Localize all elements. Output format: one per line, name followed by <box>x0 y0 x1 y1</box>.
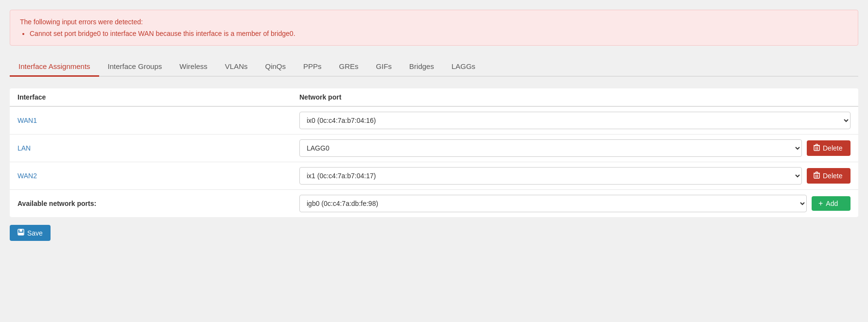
delete-label: Delete <box>823 172 842 180</box>
save-label: Save <box>27 229 43 237</box>
delete-label: Delete <box>823 144 842 152</box>
network-col-wan1: ix0 (0c:c4:7a:b7:04:16) <box>299 112 851 129</box>
interface-table: Interface Network port WAN1 ix0 (0c:c4:7… <box>10 88 858 217</box>
table-header: Interface Network port <box>10 88 858 107</box>
network-col-wan2: ix1 (0c:c4:7a:b7:04:17) Delete <box>299 167 851 185</box>
table-row: LAN LAGG0 Delete <box>10 135 858 162</box>
network-col-lan: LAGG0 Delete <box>299 139 851 157</box>
col-interface-header: Interface <box>17 93 299 101</box>
tab-wireless[interactable]: Wireless <box>171 57 216 77</box>
add-button[interactable]: + Add <box>812 196 851 211</box>
error-title: The following input errors were detected… <box>20 18 848 26</box>
tab-gifs[interactable]: GIFs <box>367 57 401 77</box>
port-select-wan1[interactable]: ix0 (0c:c4:7a:b7:04:16) <box>299 112 851 129</box>
port-select-lan[interactable]: LAGG0 <box>299 139 802 157</box>
tab-interface-groups[interactable]: Interface Groups <box>99 57 171 77</box>
error-message: Cannot set port bridge0 to interface WAN… <box>30 30 848 37</box>
trash-icon <box>814 144 820 153</box>
available-ports-row: Available network ports: igb0 (0c:c4:7a:… <box>10 190 858 217</box>
table-row: WAN2 ix1 (0c:c4:7a:b7:04:17) Delete <box>10 162 858 190</box>
svg-rect-0 <box>814 146 819 151</box>
delete-button-wan2[interactable]: Delete <box>807 168 851 184</box>
port-select-wan2[interactable]: ix1 (0c:c4:7a:b7:04:17) <box>299 167 802 185</box>
interface-wan1[interactable]: WAN1 <box>17 117 299 124</box>
col-network-header: Network port <box>299 93 851 101</box>
svg-rect-1 <box>814 173 819 178</box>
trash-icon <box>814 171 820 180</box>
plus-icon: + <box>818 200 823 207</box>
save-icon <box>17 229 24 237</box>
svg-rect-3 <box>19 229 22 232</box>
delete-button-lan[interactable]: Delete <box>807 140 851 156</box>
tab-gres[interactable]: GREs <box>330 57 367 77</box>
add-label: Add <box>826 200 838 207</box>
error-banner: The following input errors were detected… <box>10 10 858 46</box>
tab-interface-assignments[interactable]: Interface Assignments <box>10 57 99 77</box>
tab-laggs[interactable]: LAGGs <box>443 57 484 77</box>
interface-wan2[interactable]: WAN2 <box>17 172 299 180</box>
tab-ppps[interactable]: PPPs <box>295 57 330 77</box>
available-ports-col: igb0 (0c:c4:7a:db:fe:98) + Add <box>299 195 851 212</box>
svg-rect-4 <box>18 233 23 235</box>
tab-bridges[interactable]: Bridges <box>400 57 443 77</box>
tab-vlans[interactable]: VLANs <box>216 57 257 77</box>
available-port-select[interactable]: igb0 (0c:c4:7a:db:fe:98) <box>299 195 807 212</box>
table-row: WAN1 ix0 (0c:c4:7a:b7:04:16) <box>10 107 858 135</box>
interface-lan[interactable]: LAN <box>17 144 299 152</box>
tab-bar: Interface Assignments Interface Groups W… <box>10 57 858 77</box>
error-list: Cannot set port bridge0 to interface WAN… <box>20 30 848 37</box>
available-ports-label: Available network ports: <box>17 200 299 207</box>
save-button[interactable]: Save <box>10 225 51 241</box>
tab-qinqs[interactable]: QinQs <box>257 57 295 77</box>
